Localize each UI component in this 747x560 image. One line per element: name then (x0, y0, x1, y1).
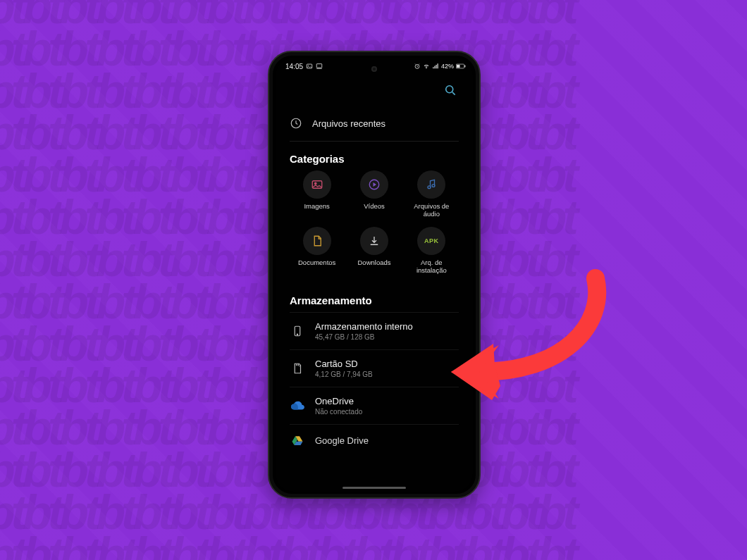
category-item-apk[interactable]: APK Arq. de instalação (405, 227, 459, 275)
storage-item-internal[interactable]: Armazenamento interno 45,47 GB / 128 GB (290, 312, 459, 350)
svg-rect-9 (312, 181, 322, 189)
storage-list: Armazenamento interno 45,47 GB / 128 GB … (290, 312, 459, 450)
svg-point-12 (428, 186, 431, 189)
categories-grid: Imagens Vídeos Arquivos de áudio (290, 170, 459, 283)
wifi-icon (423, 63, 430, 70)
app-toolbar (276, 76, 473, 107)
category-item-audio[interactable]: Arquivos de áudio (405, 170, 459, 218)
recent-files-row[interactable]: Arquivos recentes (290, 107, 459, 142)
search-icon (443, 83, 457, 100)
storage-title: Armazenamento (290, 283, 459, 312)
svg-rect-0 (307, 64, 312, 68)
cast-icon (316, 63, 323, 70)
recent-section: Arquivos recentes (276, 107, 473, 142)
signal-icon (432, 63, 439, 70)
status-bar: 14:05 42% (276, 58, 473, 75)
status-left: 14:05 (285, 63, 323, 70)
category-label: Arquivos de áudio (408, 203, 455, 218)
svg-point-15 (297, 334, 297, 335)
storage-text: Armazenamento interno 45,47 GB / 128 GB (315, 321, 413, 341)
storage-item-sd[interactable]: Cartão SD 4,12 GB / 7,94 GB (290, 350, 459, 387)
phone-screen: 14:05 42% (276, 58, 473, 492)
category-label: Imagens (304, 203, 329, 211)
phone-icon (290, 323, 305, 339)
svg-point-1 (308, 66, 309, 66)
svg-point-7 (446, 86, 453, 93)
storage-section: Armazenamento Armazenamento interno 45,4… (276, 283, 473, 450)
storage-item-sub: 4,12 GB / 7,94 GB (315, 371, 373, 378)
audio-icon (417, 170, 445, 199)
storage-item-title: Cartão SD (315, 359, 373, 369)
storage-item-title: Armazenamento interno (315, 321, 413, 332)
downloads-icon (360, 227, 388, 255)
phone-frame: 14:05 42% (268, 51, 481, 499)
images-icon (303, 170, 331, 199)
sd-icon (290, 361, 305, 376)
category-item-documents[interactable]: Documentos (290, 227, 344, 275)
videos-icon (360, 170, 388, 199)
storage-item-sub: 45,47 GB / 128 GB (315, 333, 413, 341)
documents-icon (303, 227, 331, 255)
storage-item-title: Google Drive (315, 435, 369, 446)
gdrive-icon (290, 433, 305, 449)
storage-text: Cartão SD 4,12 GB / 7,94 GB (315, 359, 373, 378)
alarm-icon (414, 63, 421, 70)
category-item-videos[interactable]: Vídeos (347, 170, 401, 218)
category-label: Downloads (357, 259, 390, 267)
category-label: Vídeos (364, 203, 385, 211)
storage-item-gdrive[interactable]: Google Drive (290, 425, 459, 450)
svg-point-13 (432, 185, 435, 187)
onedrive-icon (290, 398, 305, 413)
my-files-app: Arquivos recentes Categorias Imagens (276, 76, 473, 492)
search-button[interactable] (442, 83, 459, 100)
battery-icon (456, 63, 463, 70)
category-item-images[interactable]: Imagens (290, 170, 344, 218)
svg-rect-2 (316, 64, 322, 68)
svg-point-10 (314, 182, 316, 184)
categories-section: Categorias Imagens Vídeos (276, 142, 473, 283)
storage-item-title: OneDrive (315, 396, 362, 406)
recent-files-label: Arquivos recentes (312, 118, 385, 129)
category-label: Documentos (298, 259, 335, 267)
storage-text: OneDrive Não conectado (315, 396, 362, 416)
gesture-nav-handle[interactable] (342, 487, 406, 489)
status-time: 14:05 (285, 63, 303, 70)
category-item-downloads[interactable]: Downloads (347, 227, 401, 275)
notif-icon (306, 63, 313, 70)
status-right: 42% (414, 63, 463, 70)
storage-item-onedrive[interactable]: OneDrive Não conectado (290, 387, 459, 425)
svg-rect-6 (464, 66, 465, 68)
svg-rect-5 (457, 65, 460, 68)
apk-icon: APK (417, 227, 445, 255)
clock-icon (290, 117, 302, 130)
battery-percentage: 42% (441, 63, 454, 70)
category-label: Arq. de instalação (408, 259, 455, 275)
storage-text: Google Drive (315, 435, 369, 446)
storage-item-sub: Não conectado (315, 408, 362, 416)
categories-title: Categorias (290, 142, 459, 170)
